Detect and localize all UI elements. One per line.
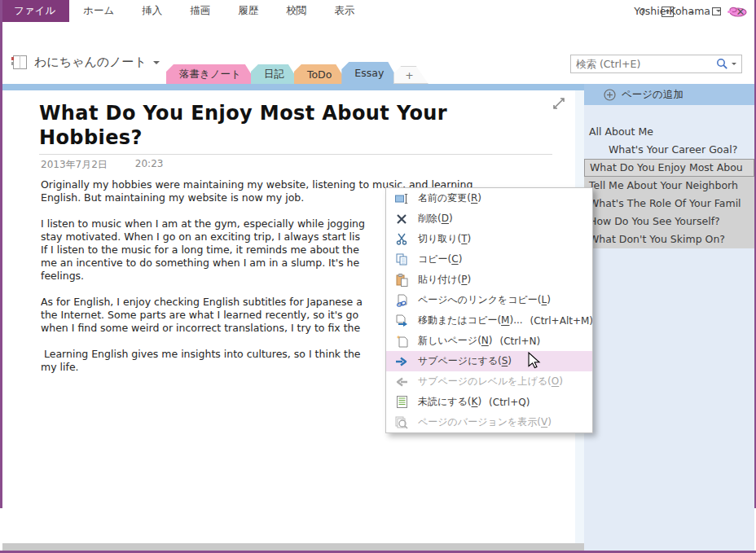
make-subpage-icon — [392, 354, 411, 369]
new-section-tab[interactable]: + — [393, 66, 428, 84]
tab-file[interactable]: ファイル — [0, 0, 69, 22]
page-title[interactable]: What Do You Enjoy Most About Your Hobbie… — [39, 101, 512, 150]
page-date: 2013年7月2日 — [41, 158, 108, 172]
page-list-item-selected[interactable]: What Do You Enjoy Most Abou — [584, 159, 754, 177]
page-list: All About Me What's Your Career Goal? Wh… — [584, 105, 754, 248]
paste-icon — [392, 273, 411, 287]
menu-item-delete[interactable]: 削除(D) — [386, 208, 592, 229]
search-icon[interactable] — [716, 58, 728, 70]
menu-item-mark-unread[interactable]: 未読にする(K) (Ctrl+Q) — [386, 392, 592, 412]
minimize-icon[interactable]: – — [681, 2, 702, 20]
notebook-icon — [11, 55, 28, 70]
menu-item-paste[interactable]: 貼り付け(P) — [386, 270, 592, 290]
section-tabs: 落書きノート 日記 ToDo Essay + — [166, 62, 422, 84]
page-list-item[interactable]: What Don't You Skimp On? — [584, 230, 754, 248]
maximize-icon[interactable] — [705, 2, 727, 20]
section-tab-scribble[interactable]: 落書きノート — [166, 64, 257, 84]
page-versions-icon — [392, 415, 411, 430]
horizontal-scrollbar[interactable] — [2, 543, 584, 551]
search-box[interactable] — [570, 55, 742, 73]
page-list-item[interactable]: Tell Me About Your Neighborh — [584, 177, 754, 195]
help-icon[interactable]: ? — [632, 2, 653, 20]
copy-link-icon — [392, 293, 411, 308]
window-controls: ? – ✕ — [632, 2, 751, 20]
section-tab-essay[interactable]: Essay — [341, 62, 400, 84]
mark-unread-icon — [392, 395, 411, 410]
menu-item-copy[interactable]: コピー(C) — [386, 249, 592, 270]
section-tab-todo[interactable]: ToDo — [294, 64, 348, 84]
section-tab-diary[interactable]: 日記 — [251, 64, 301, 84]
active-section-color-bar — [2, 84, 584, 90]
page-list-sidebar: ページの追加 All About Me What's Your Career G… — [584, 84, 754, 551]
search-input[interactable] — [576, 58, 713, 70]
mouse-cursor — [528, 352, 546, 373]
delete-icon — [392, 212, 411, 226]
notebook-name: わにちゃんのノート — [34, 55, 147, 70]
menu-item-copy-link-to-page[interactable]: ページへのリンクをコピー(L) — [386, 290, 592, 310]
rename-icon — [392, 191, 411, 206]
menu-item-move-or-copy[interactable]: 移動またはコピー(M)... (Ctrl+Alt+M) — [386, 310, 592, 331]
tab-draw[interactable]: 描画 — [176, 0, 224, 22]
tab-review[interactable]: 校閲 — [272, 0, 320, 22]
notebook-dropdown[interactable]: わにちゃんのノート — [11, 55, 160, 70]
tab-history[interactable]: 履歴 — [224, 0, 272, 22]
promote-subpage-icon — [392, 375, 411, 389]
notebook-nav-strip: わにちゃんのノート 落書きノート 日記 ToDo Essay + — [2, 45, 584, 84]
tab-home[interactable]: ホーム — [69, 0, 128, 22]
page-context-menu: 名前の変更(R) 削除(D) 切り取り(T) コピー(C) 貼り付け(P) ペー… — [385, 187, 593, 433]
page-list-item[interactable]: How Do You See Yourself? — [584, 213, 754, 230]
title-divider — [39, 154, 552, 155]
page-timestamp: 2013年7月2日 20:23 — [41, 158, 163, 172]
menu-item-new-page[interactable]: 新しいページ(N) (Ctrl+N) — [386, 331, 592, 351]
dropdown-icon — [153, 61, 160, 64]
tab-view[interactable]: 表示 — [320, 0, 368, 22]
new-page-icon — [392, 334, 411, 349]
menu-item-make-subpage[interactable]: サブページにする(S) — [386, 351, 592, 371]
menu-item-show-page-versions: ページのバージョンを表示(V) — [386, 412, 592, 432]
tab-insert[interactable]: 挿入 — [128, 0, 176, 22]
search-scope-dropdown-icon[interactable] — [732, 63, 736, 65]
add-page-button[interactable]: ページの追加 — [584, 84, 754, 105]
expand-page-icon[interactable] — [552, 97, 565, 110]
page-time: 20:23 — [135, 158, 164, 172]
close-icon[interactable]: ✕ — [730, 2, 751, 20]
add-circle-icon — [604, 89, 616, 101]
copy-icon — [392, 252, 411, 267]
ribbon-display-options-icon[interactable] — [657, 2, 678, 20]
page-list-item-subpage[interactable]: What's Your Career Goal? — [584, 141, 754, 159]
cut-icon — [392, 232, 411, 247]
menu-item-rename[interactable]: 名前の変更(R) — [386, 188, 592, 208]
page-list-item[interactable]: What's The Role Of Your Famil — [584, 195, 754, 213]
page-list-item[interactable]: All About Me — [584, 123, 754, 141]
window-border — [0, 0, 2, 508]
menu-item-promote-subpage: サブページのレベルを上げる(O) — [386, 371, 592, 392]
move-or-copy-icon — [392, 314, 411, 328]
menu-item-cut[interactable]: 切り取り(T) — [386, 229, 592, 249]
onenote-window: N What Do You Enjoy Most About Your Hobb… — [0, 0, 756, 553]
